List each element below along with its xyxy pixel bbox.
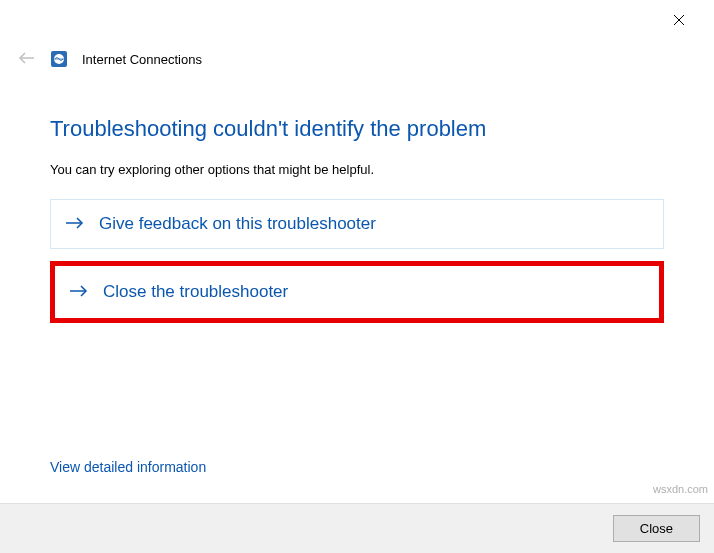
close-button[interactable]: Close <box>613 515 700 542</box>
page-subtext: You can try exploring other options that… <box>50 162 664 177</box>
footer: Close <box>0 503 714 553</box>
page-heading: Troubleshooting couldn't identify the pr… <box>50 116 664 142</box>
back-arrow-icon <box>18 50 36 68</box>
internet-connections-icon <box>50 50 68 68</box>
arrow-right-icon <box>69 282 89 302</box>
titlebar <box>0 0 714 40</box>
header: Internet Connections <box>0 40 714 86</box>
window-title: Internet Connections <box>82 52 202 67</box>
watermark: wsxdn.com <box>653 483 708 495</box>
close-icon[interactable] <box>656 4 702 36</box>
arrow-right-icon <box>65 214 85 234</box>
option-label: Give feedback on this troubleshooter <box>99 214 376 234</box>
view-detailed-information-link[interactable]: View detailed information <box>50 459 206 475</box>
option-label: Close the troubleshooter <box>103 282 288 302</box>
content-area: Troubleshooting couldn't identify the pr… <box>0 86 714 323</box>
option-give-feedback[interactable]: Give feedback on this troubleshooter <box>50 199 664 249</box>
option-close-troubleshooter[interactable]: Close the troubleshooter <box>50 261 664 323</box>
